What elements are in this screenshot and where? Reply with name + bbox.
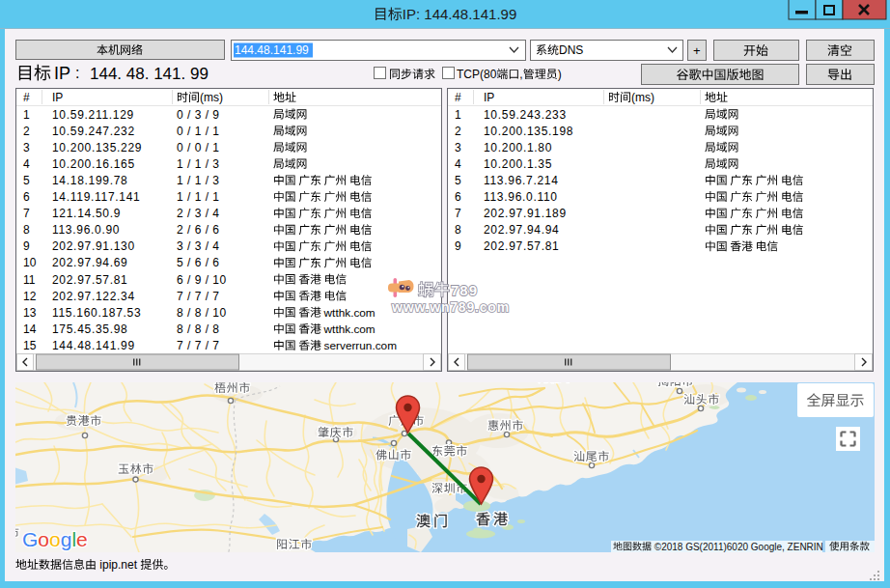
svg-text:10.59.247.232: 10.59.247.232 — [52, 125, 135, 138]
svg-text:113.96.0.110: 113.96.0.110 — [484, 190, 558, 204]
svg-text:o: o — [49, 528, 61, 550]
svg-text:wtthk.com: wtthk.com — [323, 306, 375, 320]
svg-text:1: 1 — [455, 108, 461, 122]
svg-text:©2018 GS(2011)6020 Google, ZEN: ©2018 GS(2011)6020 Google, ZENRIN — [652, 542, 823, 552]
svg-text:IP: IP — [484, 91, 494, 104]
svg-text:2 / 3 / 4: 2 / 3 / 4 — [177, 207, 220, 220]
svg-text:202.97.57.81: 202.97.57.81 — [484, 239, 559, 253]
svg-text:(ms): (ms) — [631, 91, 654, 104]
svg-text:10.200.135.198: 10.200.135.198 — [484, 125, 573, 138]
svg-text:DNS: DNS — [559, 43, 583, 57]
svg-text::: : — [75, 65, 79, 81]
svg-text:5: 5 — [23, 174, 30, 187]
svg-text:2: 2 — [455, 125, 461, 138]
svg-text:12: 12 — [23, 290, 37, 303]
svg-text:202.97.122.34: 202.97.122.34 — [52, 290, 135, 303]
svg-text:TCP(80: TCP(80 — [457, 68, 497, 81]
svg-text:9: 9 — [23, 239, 30, 253]
svg-text:5: 5 — [455, 174, 461, 187]
svg-text:IP: IP — [54, 64, 70, 83]
svg-text:IP: IP — [52, 91, 63, 104]
svg-text:2 / 6 / 6: 2 / 6 / 6 — [177, 223, 220, 237]
svg-text:13: 13 — [23, 306, 37, 320]
svg-text:202.97.94.69: 202.97.94.69 — [52, 256, 127, 269]
svg-text:serverrun.com: serverrun.com — [324, 339, 398, 352]
svg-text:G: G — [22, 528, 38, 550]
svg-text:1 / 1 / 3: 1 / 1 / 3 — [177, 157, 220, 171]
svg-text:10: 10 — [23, 256, 37, 269]
svg-text:10.200.16.165: 10.200.16.165 — [52, 157, 135, 171]
svg-text:8 / 8 / 10: 8 / 8 / 10 — [177, 306, 227, 320]
svg-text:0 / 3 / 9: 0 / 3 / 9 — [177, 108, 220, 122]
svg-text:6 / 9 / 10: 6 / 9 / 10 — [177, 273, 227, 287]
svg-text:14.119.117.141: 14.119.117.141 — [52, 190, 140, 204]
svg-text:144.48.141.99: 144.48.141.99 — [235, 43, 309, 57]
svg-text:8: 8 — [23, 223, 30, 237]
svg-text:#: # — [455, 91, 461, 104]
svg-text:1: 1 — [23, 108, 30, 122]
svg-text:wtthk.com: wtthk.com — [323, 322, 375, 336]
svg-text:115.160.187.53: 115.160.187.53 — [52, 306, 141, 320]
svg-text:175.45.35.98: 175.45.35.98 — [52, 322, 127, 336]
svg-text:10.59.211.129: 10.59.211.129 — [52, 108, 134, 122]
svg-text:1 / 1 / 1: 1 / 1 / 1 — [177, 190, 220, 204]
svg-text:2: 2 — [23, 125, 30, 138]
svg-text:14: 14 — [23, 322, 37, 336]
svg-text:202.97.91.130: 202.97.91.130 — [52, 239, 135, 253]
svg-text:0 / 0 / 1: 0 / 0 / 1 — [177, 141, 220, 154]
svg-text:6: 6 — [23, 190, 30, 204]
svg-text:,: , — [519, 68, 522, 81]
svg-text:7 / 7 / 7: 7 / 7 / 7 — [177, 339, 220, 352]
svg-text:1 / 1 / 3: 1 / 1 / 3 — [177, 174, 220, 187]
svg-text:14.18.199.78: 14.18.199.78 — [52, 174, 127, 187]
svg-text:10.200.135.229: 10.200.135.229 — [52, 141, 142, 154]
svg-text:121.14.50.9: 121.14.50.9 — [52, 207, 121, 220]
svg-text:10.200.1.80: 10.200.1.80 — [484, 141, 552, 154]
svg-text:3: 3 — [23, 141, 30, 154]
svg-text:3: 3 — [455, 141, 461, 154]
svg-text:113.96.0.90: 113.96.0.90 — [52, 223, 120, 237]
svg-text:15: 15 — [23, 339, 37, 352]
svg-text:4: 4 — [23, 157, 30, 171]
svg-text:144.48.141.99: 144.48.141.99 — [52, 339, 135, 352]
svg-text:113.96.7.214: 113.96.7.214 — [484, 174, 559, 187]
svg-text:11: 11 — [23, 273, 36, 287]
svg-text:7 / 7 / 7: 7 / 7 / 7 — [177, 290, 220, 303]
svg-text:8 / 8 / 8: 8 / 8 / 8 — [177, 322, 220, 336]
svg-text:8: 8 — [455, 223, 461, 237]
svg-text:202.97.57.81: 202.97.57.81 — [52, 273, 127, 287]
svg-text:10.59.243.233: 10.59.243.233 — [484, 108, 567, 122]
svg-text:4: 4 — [455, 157, 461, 171]
svg-text:IP: 144.48.141.99: IP: 144.48.141.99 — [403, 6, 516, 22]
svg-text:): ) — [558, 68, 562, 81]
svg-text:o: o — [38, 528, 49, 550]
svg-text:e: e — [76, 528, 88, 550]
svg-text:202.97.91.189: 202.97.91.189 — [484, 207, 567, 220]
svg-text:3 / 3 / 4: 3 / 3 / 4 — [177, 239, 220, 253]
svg-text:7: 7 — [23, 207, 30, 220]
svg-text:10.200.1.35: 10.200.1.35 — [484, 157, 552, 171]
svg-text:#: # — [23, 91, 30, 104]
svg-text:(ms): (ms) — [200, 91, 223, 104]
svg-text:g: g — [61, 528, 72, 550]
svg-text:789: 789 — [451, 282, 478, 298]
svg-text:www.wn789.com: www.wn789.com — [391, 299, 510, 315]
svg-text:202.97.94.94: 202.97.94.94 — [484, 223, 559, 237]
svg-text:0 / 1 / 1: 0 / 1 / 1 — [177, 125, 220, 138]
svg-text:7: 7 — [455, 207, 461, 220]
svg-text:+: + — [693, 43, 701, 58]
svg-text:9: 9 — [455, 239, 461, 253]
svg-text:ipip.net: ipip.net — [97, 558, 140, 572]
svg-text:144. 48. 141. 99: 144. 48. 141. 99 — [90, 65, 209, 83]
svg-text:5 / 6 / 6: 5 / 6 / 6 — [177, 256, 220, 269]
svg-text:6: 6 — [455, 190, 461, 204]
